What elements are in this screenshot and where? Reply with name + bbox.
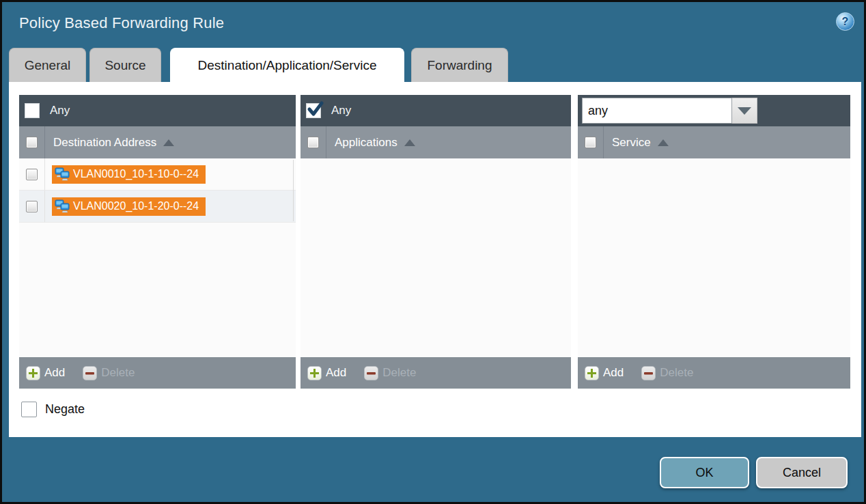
row-checkbox[interactable] (26, 169, 38, 180)
service-list (578, 158, 850, 357)
table-row[interactable]: VLAN0020_10-1-20-0--24 (19, 191, 296, 223)
table-row[interactable]: VLAN0010_10-1-10-0--24 (19, 158, 296, 191)
dropdown-button[interactable] (732, 98, 757, 124)
applications-header-row: Applications (301, 126, 571, 158)
service-dropdown[interactable]: any (582, 98, 757, 124)
delete-button[interactable]: Delete (641, 366, 693, 380)
applications-column: Any Applications Add Delete (301, 95, 571, 389)
destination-address-header[interactable]: Destination Address (53, 136, 156, 150)
delete-minus-icon (83, 366, 97, 380)
sort-asc-icon[interactable] (404, 139, 415, 146)
sort-asc-icon[interactable] (163, 139, 174, 146)
applications-select-all-checkbox[interactable] (307, 137, 319, 148)
network-address-icon (55, 167, 70, 181)
add-button[interactable]: Add (26, 366, 65, 380)
tab-source[interactable]: Source (89, 48, 161, 82)
applications-any-checkbox[interactable] (306, 103, 321, 118)
delete-minus-icon (641, 366, 656, 380)
service-footer: Add Delete (578, 357, 850, 389)
applications-header[interactable]: Applications (335, 136, 397, 150)
tab-content-panel: Any Destination Address V (9, 82, 861, 437)
destination-entry-label: VLAN0020_10-1-20-0--24 (73, 200, 199, 212)
tab-bar: General Source Destination/Application/S… (9, 48, 508, 82)
service-select-all-checkbox[interactable] (585, 137, 596, 148)
tab-destination-application-service[interactable]: Destination/Application/Service (170, 48, 404, 82)
destination-any-checkbox[interactable] (25, 103, 40, 118)
chevron-down-icon (738, 107, 751, 115)
dialog-title: Policy Based Forwarding Rule (19, 14, 224, 32)
add-plus-icon (26, 366, 40, 380)
destination-any-bar: Any (19, 95, 296, 126)
add-plus-icon (585, 366, 599, 380)
cancel-button[interactable]: Cancel (756, 457, 848, 488)
applications-footer: Add Delete (301, 357, 571, 389)
tab-forwarding[interactable]: Forwarding (411, 48, 508, 82)
applications-any-label: Any (331, 104, 351, 117)
tab-general[interactable]: General (9, 48, 86, 82)
delete-button[interactable]: Delete (83, 366, 135, 380)
row-checkbox[interactable] (26, 201, 38, 212)
service-header-row: Service (578, 126, 850, 158)
service-column: any Service Add Delete (578, 95, 850, 389)
service-dropdown-value[interactable]: any (582, 98, 732, 124)
destination-entry-label: VLAN0010_10-1-10-0--24 (73, 168, 199, 180)
destination-address-list: VLAN0010_10-1-10-0--24 VLAN0020_10-1-20-… (19, 158, 296, 357)
sort-asc-icon[interactable] (658, 139, 669, 146)
negate-label: Negate (45, 402, 85, 417)
add-button[interactable]: Add (585, 366, 624, 380)
negate-option: Negate (21, 402, 85, 417)
help-icon[interactable]: ? (836, 12, 854, 31)
ok-button[interactable]: OK (660, 457, 749, 488)
network-address-icon (55, 199, 70, 213)
applications-list (301, 158, 571, 357)
delete-minus-icon (364, 366, 378, 380)
add-button[interactable]: Add (307, 366, 346, 380)
service-any-bar: any (578, 95, 850, 126)
delete-button[interactable]: Delete (364, 366, 416, 380)
destination-entry-vlan0010[interactable]: VLAN0010_10-1-10-0--24 (52, 165, 206, 184)
service-header[interactable]: Service (612, 136, 651, 150)
add-plus-icon (307, 366, 322, 380)
negate-checkbox[interactable] (21, 402, 37, 417)
policy-based-forwarding-dialog: { "window": { "title": "Policy Based For… (0, 0, 866, 504)
checkmark-icon (306, 100, 325, 120)
destination-entry-vlan0020[interactable]: VLAN0020_10-1-20-0--24 (52, 197, 206, 216)
destination-select-all-checkbox[interactable] (26, 137, 38, 148)
destination-address-header-row: Destination Address (19, 126, 296, 158)
destination-footer: Add Delete (19, 357, 296, 389)
applications-any-bar: Any (301, 95, 571, 126)
scrollbar-track[interactable] (293, 160, 294, 221)
destination-any-label: Any (50, 104, 70, 117)
destination-address-column: Any Destination Address V (19, 95, 296, 389)
